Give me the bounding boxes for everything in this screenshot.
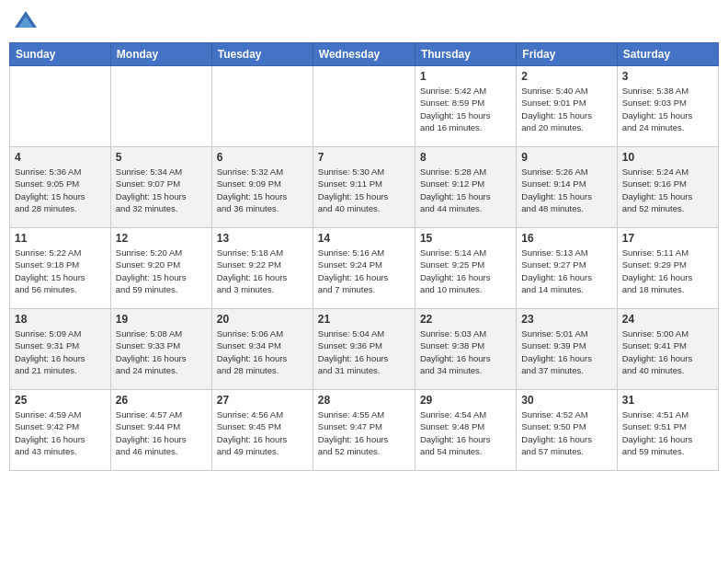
day-info: Sunrise: 5:40 AM Sunset: 9:01 PM Dayligh…: [521, 85, 611, 133]
weekday-header-thursday: Thursday: [415, 43, 516, 66]
day-number: 15: [420, 232, 511, 245]
calendar-cell: 18Sunrise: 5:09 AM Sunset: 9:31 PM Dayli…: [10, 309, 111, 390]
day-number: 10: [622, 151, 713, 164]
day-number: 19: [116, 313, 207, 326]
day-info: Sunrise: 5:13 AM Sunset: 9:27 PM Dayligh…: [521, 247, 611, 295]
calendar-cell: 31Sunrise: 4:51 AM Sunset: 9:51 PM Dayli…: [617, 390, 718, 471]
calendar-cell: 10Sunrise: 5:24 AM Sunset: 9:16 PM Dayli…: [617, 147, 718, 228]
day-number: 8: [420, 151, 511, 164]
weekday-header-sunday: Sunday: [10, 43, 111, 66]
calendar-cell: [313, 66, 415, 147]
calendar-cell: [10, 66, 111, 147]
calendar-cell: 27Sunrise: 4:56 AM Sunset: 9:45 PM Dayli…: [211, 390, 313, 471]
day-number: 23: [521, 313, 611, 326]
day-info: Sunrise: 5:26 AM Sunset: 9:14 PM Dayligh…: [521, 166, 611, 214]
day-number: 27: [217, 394, 308, 407]
calendar-cell: 23Sunrise: 5:01 AM Sunset: 9:39 PM Dayli…: [517, 309, 617, 390]
logo-icon: [13, 9, 39, 35]
day-info: Sunrise: 5:34 AM Sunset: 9:07 PM Dayligh…: [116, 166, 207, 214]
calendar-cell: 7Sunrise: 5:30 AM Sunset: 9:11 PM Daylig…: [313, 147, 415, 228]
day-number: 20: [217, 313, 308, 326]
calendar-cell: 11Sunrise: 5:22 AM Sunset: 9:18 PM Dayli…: [10, 228, 111, 309]
calendar-cell: 25Sunrise: 4:59 AM Sunset: 9:42 PM Dayli…: [10, 390, 111, 471]
day-info: Sunrise: 5:08 AM Sunset: 9:33 PM Dayligh…: [116, 327, 207, 376]
weekday-header-friday: Friday: [517, 43, 617, 66]
logo: [13, 9, 42, 35]
calendar-cell: 2Sunrise: 5:40 AM Sunset: 9:01 PM Daylig…: [517, 66, 617, 147]
calendar-cell: 22Sunrise: 5:03 AM Sunset: 9:38 PM Dayli…: [415, 309, 516, 390]
day-number: 11: [15, 232, 106, 245]
day-number: 6: [217, 151, 308, 164]
day-number: 31: [622, 394, 713, 407]
day-number: 3: [622, 70, 713, 83]
day-info: Sunrise: 4:56 AM Sunset: 9:45 PM Dayligh…: [217, 408, 308, 457]
calendar-cell: 16Sunrise: 5:13 AM Sunset: 9:27 PM Dayli…: [517, 228, 617, 309]
day-info: Sunrise: 5:22 AM Sunset: 9:18 PM Dayligh…: [15, 247, 106, 295]
calendar-cell: 24Sunrise: 5:00 AM Sunset: 9:41 PM Dayli…: [617, 309, 718, 390]
calendar-cell: [211, 66, 313, 147]
calendar-week-3: 11Sunrise: 5:22 AM Sunset: 9:18 PM Dayli…: [10, 228, 719, 309]
day-number: 9: [521, 151, 611, 164]
day-info: Sunrise: 4:51 AM Sunset: 9:51 PM Dayligh…: [622, 408, 713, 457]
day-info: Sunrise: 5:16 AM Sunset: 9:24 PM Dayligh…: [318, 247, 410, 295]
day-number: 18: [15, 313, 106, 326]
calendar-cell: 17Sunrise: 5:11 AM Sunset: 9:29 PM Dayli…: [617, 228, 718, 309]
day-number: 1: [420, 70, 511, 83]
calendar-cell: 9Sunrise: 5:26 AM Sunset: 9:14 PM Daylig…: [517, 147, 617, 228]
calendar-cell: 15Sunrise: 5:14 AM Sunset: 9:25 PM Dayli…: [415, 228, 516, 309]
day-info: Sunrise: 4:57 AM Sunset: 9:44 PM Dayligh…: [116, 408, 207, 457]
day-info: Sunrise: 5:03 AM Sunset: 9:38 PM Dayligh…: [420, 327, 511, 376]
day-info: Sunrise: 5:30 AM Sunset: 9:11 PM Dayligh…: [318, 166, 410, 214]
calendar-cell: 29Sunrise: 4:54 AM Sunset: 9:48 PM Dayli…: [415, 390, 516, 471]
weekday-header-monday: Monday: [110, 43, 211, 66]
day-number: 7: [318, 151, 410, 164]
calendar-cell: 13Sunrise: 5:18 AM Sunset: 9:22 PM Dayli…: [211, 228, 313, 309]
day-info: Sunrise: 5:20 AM Sunset: 9:20 PM Dayligh…: [116, 247, 207, 295]
day-info: Sunrise: 5:36 AM Sunset: 9:05 PM Dayligh…: [15, 166, 106, 214]
calendar-cell: 6Sunrise: 5:32 AM Sunset: 9:09 PM Daylig…: [211, 147, 313, 228]
day-info: Sunrise: 5:06 AM Sunset: 9:34 PM Dayligh…: [217, 327, 308, 376]
day-number: 26: [116, 394, 207, 407]
day-number: 13: [217, 232, 308, 245]
weekday-header-tuesday: Tuesday: [211, 43, 313, 66]
calendar-week-2: 4Sunrise: 5:36 AM Sunset: 9:05 PM Daylig…: [10, 147, 719, 228]
day-info: Sunrise: 5:32 AM Sunset: 9:09 PM Dayligh…: [217, 166, 308, 214]
day-info: Sunrise: 5:11 AM Sunset: 9:29 PM Dayligh…: [622, 247, 713, 295]
calendar-cell: 26Sunrise: 4:57 AM Sunset: 9:44 PM Dayli…: [110, 390, 211, 471]
calendar-cell: 1Sunrise: 5:42 AM Sunset: 8:59 PM Daylig…: [415, 66, 516, 147]
day-number: 17: [622, 232, 713, 245]
day-number: 12: [116, 232, 207, 245]
day-number: 21: [318, 313, 410, 326]
weekday-header-saturday: Saturday: [617, 43, 718, 66]
day-number: 4: [15, 151, 106, 164]
day-number: 28: [318, 394, 410, 407]
calendar-cell: 4Sunrise: 5:36 AM Sunset: 9:05 PM Daylig…: [10, 147, 111, 228]
day-number: 22: [420, 313, 511, 326]
calendar-week-1: 1Sunrise: 5:42 AM Sunset: 8:59 PM Daylig…: [10, 66, 719, 147]
weekday-header-row: SundayMondayTuesdayWednesdayThursdayFrid…: [10, 43, 719, 66]
day-number: 24: [622, 313, 713, 326]
page-header: [9, 9, 719, 35]
calendar-table: SundayMondayTuesdayWednesdayThursdayFrid…: [9, 42, 719, 471]
calendar-cell: 21Sunrise: 5:04 AM Sunset: 9:36 PM Dayli…: [313, 309, 415, 390]
day-info: Sunrise: 5:14 AM Sunset: 9:25 PM Dayligh…: [420, 247, 511, 295]
day-info: Sunrise: 5:04 AM Sunset: 9:36 PM Dayligh…: [318, 327, 410, 376]
day-info: Sunrise: 4:52 AM Sunset: 9:50 PM Dayligh…: [521, 408, 611, 457]
day-info: Sunrise: 5:42 AM Sunset: 8:59 PM Dayligh…: [420, 85, 511, 133]
calendar-cell: 30Sunrise: 4:52 AM Sunset: 9:50 PM Dayli…: [517, 390, 617, 471]
day-info: Sunrise: 4:55 AM Sunset: 9:47 PM Dayligh…: [318, 408, 410, 457]
calendar-week-5: 25Sunrise: 4:59 AM Sunset: 9:42 PM Dayli…: [10, 390, 719, 471]
day-number: 16: [521, 232, 611, 245]
day-info: Sunrise: 5:18 AM Sunset: 9:22 PM Dayligh…: [217, 247, 308, 295]
calendar-cell: 19Sunrise: 5:08 AM Sunset: 9:33 PM Dayli…: [110, 309, 211, 390]
calendar-cell: 8Sunrise: 5:28 AM Sunset: 9:12 PM Daylig…: [415, 147, 516, 228]
calendar-cell: [110, 66, 211, 147]
calendar-cell: 12Sunrise: 5:20 AM Sunset: 9:20 PM Dayli…: [110, 228, 211, 309]
day-info: Sunrise: 5:09 AM Sunset: 9:31 PM Dayligh…: [15, 327, 106, 376]
calendar-week-4: 18Sunrise: 5:09 AM Sunset: 9:31 PM Dayli…: [10, 309, 719, 390]
weekday-header-wednesday: Wednesday: [313, 43, 415, 66]
day-number: 30: [521, 394, 611, 407]
day-info: Sunrise: 5:24 AM Sunset: 9:16 PM Dayligh…: [622, 166, 713, 214]
calendar-cell: 28Sunrise: 4:55 AM Sunset: 9:47 PM Dayli…: [313, 390, 415, 471]
calendar-cell: 20Sunrise: 5:06 AM Sunset: 9:34 PM Dayli…: [211, 309, 313, 390]
